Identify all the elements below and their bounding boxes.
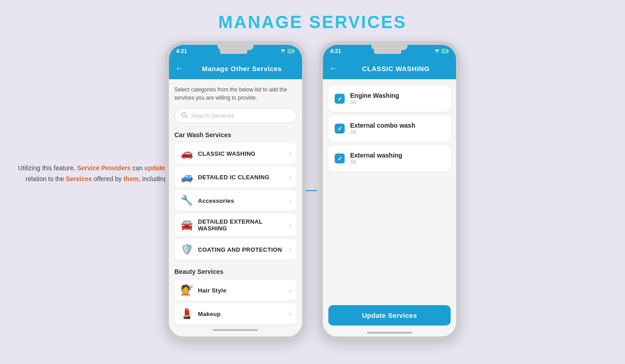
detailed-ext-icon: 🚘 bbox=[180, 219, 193, 231]
chevron-makeup: › bbox=[289, 311, 291, 317]
detailed-ic-label: DETAILED IC CLEANING bbox=[198, 174, 285, 181]
accessories-label: Accessories bbox=[198, 197, 285, 204]
accessories-icon: 🔧 bbox=[180, 195, 193, 206]
search-icon bbox=[181, 112, 188, 120]
hairstyle-label: Hair Style bbox=[198, 287, 285, 294]
chevron-coating: › bbox=[289, 246, 291, 253]
wifi-icon bbox=[280, 49, 286, 53]
beauty-list: 💇 Hair Style › 💄 Makeup › bbox=[174, 280, 297, 324]
combo-wash-title: External combo wash bbox=[350, 122, 415, 129]
service-item-detailed-ext[interactable]: 🚘 DETAILED EXTERNAL WASHING › bbox=[174, 214, 297, 236]
hairstyle-icon: 💇 bbox=[180, 284, 193, 296]
engine-wash-title: Engine Washing bbox=[350, 92, 399, 99]
checkbox-external[interactable] bbox=[335, 153, 345, 163]
external-wash-sub: All bbox=[350, 159, 402, 165]
coating-label: COATING AND PROTECTION bbox=[198, 246, 285, 253]
combo-wash-info: External combo wash All bbox=[350, 122, 415, 135]
page-title: MANAGE SERVICES bbox=[0, 0, 625, 41]
status-icons-1 bbox=[280, 49, 295, 53]
checkbox-engine[interactable] bbox=[335, 94, 345, 104]
battery-icon-2 bbox=[442, 49, 449, 53]
app-header-2: ← CLASSIC WASHING bbox=[323, 57, 456, 79]
battery-icon bbox=[288, 49, 295, 53]
phones-container: 4:21 ← Manage Other Services Select cate… bbox=[0, 41, 625, 340]
back-button-2[interactable]: ← bbox=[329, 64, 337, 73]
service-item-detailed-ic[interactable]: 🚙 DETAILED IC CLEANING › bbox=[174, 167, 297, 187]
external-wash-title: External washing bbox=[350, 152, 402, 159]
phone-2: 4:21 ← CLASSIC WASHING Engine Washing Al… bbox=[319, 41, 460, 340]
svg-rect-2 bbox=[288, 50, 293, 53]
option-external-combo[interactable]: External combo wash All bbox=[328, 115, 451, 142]
phone2-content: Engine Washing All External combo wash A… bbox=[323, 79, 456, 336]
subtitle-text: Select categories from the below list to… bbox=[174, 86, 297, 102]
svg-rect-3 bbox=[294, 51, 295, 52]
status-time-1: 4:21 bbox=[176, 48, 187, 54]
classic-wash-label: CLASSIC WASHING bbox=[198, 150, 285, 157]
option-engine-washing[interactable]: Engine Washing All bbox=[328, 86, 451, 112]
home-indicator-2 bbox=[367, 332, 412, 334]
back-button-1[interactable]: ← bbox=[175, 64, 183, 73]
svg-line-5 bbox=[186, 116, 188, 118]
svg-rect-8 bbox=[448, 51, 449, 52]
service-item-classic[interactable]: 🚗 CLASSIC WASHING › bbox=[174, 143, 297, 164]
detailed-ext-label: DETAILED EXTERNAL WASHING bbox=[198, 218, 285, 232]
search-bar[interactable]: Search Services bbox=[174, 108, 297, 123]
makeup-icon: 💄 bbox=[180, 308, 193, 320]
detailed-ic-icon: 🚙 bbox=[180, 171, 193, 183]
section-heading-carwash: Car Wash Services bbox=[174, 131, 297, 139]
status-icons-2 bbox=[434, 49, 449, 53]
engine-wash-sub: All bbox=[350, 99, 399, 105]
car-wash-list: 🚗 CLASSIC WASHING › 🚙 DETAILED IC CLEANI… bbox=[174, 143, 297, 260]
classic-wash-icon: 🚗 bbox=[180, 148, 193, 159]
section-heading-beauty: Beauty Services bbox=[174, 268, 297, 275]
header-title-1: Manage Other Services bbox=[188, 65, 296, 72]
header-title-2: CLASSIC WASHING bbox=[342, 65, 450, 72]
chevron-classic: › bbox=[289, 150, 291, 157]
chevron-detailed-ic: › bbox=[289, 174, 291, 181]
service-item-accessories[interactable]: 🔧 Accessories › bbox=[174, 190, 297, 211]
status-time-2: 4:21 bbox=[330, 48, 341, 54]
coating-icon: 🛡️ bbox=[180, 244, 193, 255]
chevron-detailed-ext: › bbox=[289, 222, 291, 229]
chevron-accessories: › bbox=[289, 197, 291, 204]
search-placeholder: Search Services bbox=[191, 112, 234, 119]
notch-2 bbox=[371, 45, 408, 50]
svg-rect-7 bbox=[442, 50, 447, 53]
phone1-content: Select categories from the below list to… bbox=[169, 79, 302, 336]
update-services-button[interactable]: Update Services bbox=[328, 305, 451, 326]
app-header-1: ← Manage Other Services bbox=[169, 57, 302, 79]
chevron-hairstyle: › bbox=[289, 287, 291, 294]
service-item-coating[interactable]: 🛡️ COATING AND PROTECTION › bbox=[174, 239, 297, 260]
engine-wash-info: Engine Washing All bbox=[350, 92, 399, 105]
external-wash-info: External washing All bbox=[350, 152, 402, 165]
combo-wash-sub: All bbox=[350, 129, 415, 135]
service-item-makeup[interactable]: 💄 Makeup › bbox=[174, 303, 297, 324]
service-item-hairstyle[interactable]: 💇 Hair Style › bbox=[174, 280, 297, 301]
wifi-icon-2 bbox=[434, 49, 440, 53]
update-btn-wrapper: Update Services bbox=[328, 305, 451, 326]
notch-1 bbox=[217, 45, 254, 50]
checkbox-combo[interactable] bbox=[335, 124, 345, 134]
phone-1: 4:21 ← Manage Other Services Select cate… bbox=[165, 41, 306, 340]
home-indicator-1 bbox=[213, 329, 258, 331]
makeup-label: Makeup bbox=[198, 311, 285, 317]
option-external-washing[interactable]: External washing All bbox=[328, 145, 451, 172]
